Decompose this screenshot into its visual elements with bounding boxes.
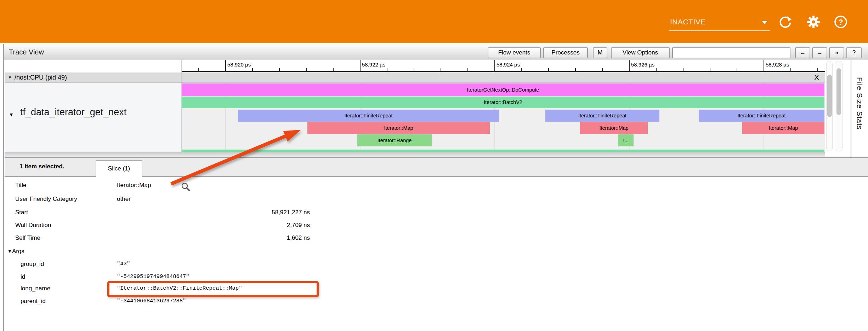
time-ruler: 58,920 µs58,922 µs58,924 µs58,926 µs58,9… <box>182 60 825 72</box>
detail-field-label: Wall Duration <box>15 222 51 229</box>
toolbar-search-input[interactable] <box>672 47 790 58</box>
tab-slice[interactable]: Slice (1) <box>96 160 142 177</box>
detail-field-label: Start <box>15 209 28 216</box>
toolbar-nav-button-0[interactable]: ← <box>795 47 810 58</box>
close-track-button[interactable]: X <box>813 73 821 82</box>
vertical-scrollbar-outer[interactable] <box>835 61 843 151</box>
collapse-triangle-icon: ▼ <box>9 112 14 117</box>
ruler-minor-tick <box>817 68 818 71</box>
refresh-icon[interactable] <box>778 15 793 29</box>
toolbar-button-view-options[interactable]: View Options <box>611 47 670 58</box>
ruler-major-tick <box>494 60 495 71</box>
help-icon[interactable]: ? <box>834 15 848 29</box>
arg-key: id <box>21 273 25 280</box>
toolbar-button-processes[interactable]: Processes <box>543 47 588 58</box>
ruler-minor-tick <box>521 68 522 71</box>
run-status-label: INACTIVE <box>669 13 770 30</box>
app-header: INACTIVE ? <box>0 0 868 43</box>
ruler-minor-tick <box>387 68 387 71</box>
ruler-minor-tick <box>306 68 307 71</box>
detail-field-value: 58,921,227 ns <box>117 209 310 216</box>
ruler-major-tick <box>225 60 226 71</box>
args-section-toggle[interactable]: ▼Args <box>7 248 24 255</box>
trace-slice[interactable]: Iterator::Map <box>307 122 490 134</box>
ruler-major-tick <box>764 60 764 71</box>
chevron-down-icon <box>762 21 767 24</box>
ruler-minor-tick <box>333 68 334 71</box>
arg-value: "Iterator::BatchV2::FiniteRepeat::Map" <box>117 285 242 291</box>
ruler-minor-tick <box>441 68 441 71</box>
ruler-tick-label: 58,926 µs <box>631 62 654 68</box>
ruler-minor-tick <box>737 68 737 71</box>
ruler-tick-label: 58,920 µs <box>227 62 251 68</box>
toolbar-nav-button-3[interactable]: ? <box>846 47 862 58</box>
ruler-minor-tick <box>790 68 791 71</box>
ruler-minor-tick <box>575 68 576 71</box>
arg-value: "43" <box>117 261 130 267</box>
horizontal-scrollbar[interactable] <box>5 152 825 157</box>
args-section-label: Args <box>12 248 24 255</box>
collapse-triangle-icon: ▼ <box>8 75 12 80</box>
toolbar-nav-button-2[interactable]: » <box>829 47 844 58</box>
selection-status: 1 item selected. <box>19 163 64 170</box>
gear-icon[interactable] <box>806 15 821 29</box>
ruler-tick-label: 58,922 µs <box>362 62 385 68</box>
detail-field-value: Iterator::Map <box>117 182 151 189</box>
timeline-viewport[interactable]: IteratorGetNextOp::DoComputeIterator::Ba… <box>182 83 825 152</box>
vertical-scrollbar[interactable] <box>826 61 833 151</box>
trace-slice[interactable]: Iterator::Map <box>742 122 824 134</box>
ruler-minor-tick <box>710 68 710 71</box>
trace-slice[interactable]: Iterator::BatchV2 <box>182 97 824 108</box>
page-title: Trace View <box>9 48 44 56</box>
detail-field-value: 1,602 ns <box>117 234 310 242</box>
file-size-stats-label: File Size Stats <box>855 77 864 130</box>
arg-value: "-344106684136297288" <box>117 298 186 304</box>
detail-field-value: 2,709 ns <box>117 222 310 229</box>
thread-track-label: tf_data_iterator_get_next <box>20 107 126 118</box>
ruler-minor-tick <box>198 68 199 71</box>
trace-slice[interactable]: I... <box>618 134 634 146</box>
arg-key: parent_id <box>21 298 46 305</box>
ruler-tick-label: 58,924 µs <box>497 62 520 68</box>
ruler-minor-tick <box>656 68 657 71</box>
trace-slice[interactable]: Iterator::FiniteRepeat <box>545 110 659 122</box>
ruler-minor-tick <box>683 68 683 71</box>
file-size-stats-rail[interactable]: File Size Stats <box>851 60 868 157</box>
ruler-minor-tick <box>467 68 468 71</box>
detail-field-label: Self Time <box>15 234 40 242</box>
scrollbar-thumb[interactable] <box>827 75 832 117</box>
trace-toolbar: Trace View Flow eventsProcessesMView Opt… <box>4 45 868 60</box>
trace-slice[interactable]: IteratorGetNextOp::DoCompute <box>182 83 824 96</box>
trace-view-area: 58,920 µs58,922 µs58,924 µs58,926 µs58,9… <box>5 60 868 157</box>
ruler-minor-tick <box>252 68 253 71</box>
toolbar-button-m[interactable]: M <box>593 47 607 58</box>
ruler-minor-tick <box>548 68 549 71</box>
window-left-border <box>3 44 4 331</box>
ruler-minor-tick <box>279 68 280 71</box>
arg-value: "-5429951974994848647" <box>117 273 189 280</box>
trace-slice[interactable] <box>182 150 824 152</box>
process-track-label: /host:CPU (pid 49) <box>15 74 67 81</box>
ruler-minor-tick <box>414 68 414 71</box>
thread-track-header[interactable]: ▼ tf_data_iterator_get_next <box>5 83 181 152</box>
ruler-minor-tick <box>602 68 603 71</box>
ruler-major-tick <box>629 60 630 71</box>
detail-field-label: Title <box>15 182 27 189</box>
detail-field-value: other <box>117 196 131 203</box>
ruler-tick-label: 58,928 µs <box>766 62 789 68</box>
arg-key: group_id <box>21 261 44 268</box>
svg-text:?: ? <box>838 18 843 27</box>
ruler-major-tick <box>360 60 361 71</box>
trace-slice[interactable]: Iterator::FiniteRepeat <box>238 110 499 122</box>
trace-slice[interactable]: Iterator::Range <box>357 134 432 146</box>
trace-slice[interactable]: Iterator::FiniteRepeat <box>699 110 824 122</box>
slice-details-panel: 1 item selected. Slice (1) ▼Args TitleIt… <box>5 157 868 331</box>
toolbar-nav-button-1[interactable]: → <box>812 47 827 58</box>
magnifier-icon[interactable] <box>181 182 191 192</box>
scrollbar-thumb[interactable] <box>836 68 841 115</box>
trace-slice[interactable]: Iterator::Map <box>580 122 648 134</box>
detail-field-label: User Friendly Category <box>15 196 77 203</box>
run-status-dropdown[interactable]: INACTIVE <box>669 13 770 31</box>
toolbar-button-flow-events[interactable]: Flow events <box>488 47 541 58</box>
process-track-header[interactable]: ▼ /host:CPU (pid 49) X <box>5 72 825 83</box>
